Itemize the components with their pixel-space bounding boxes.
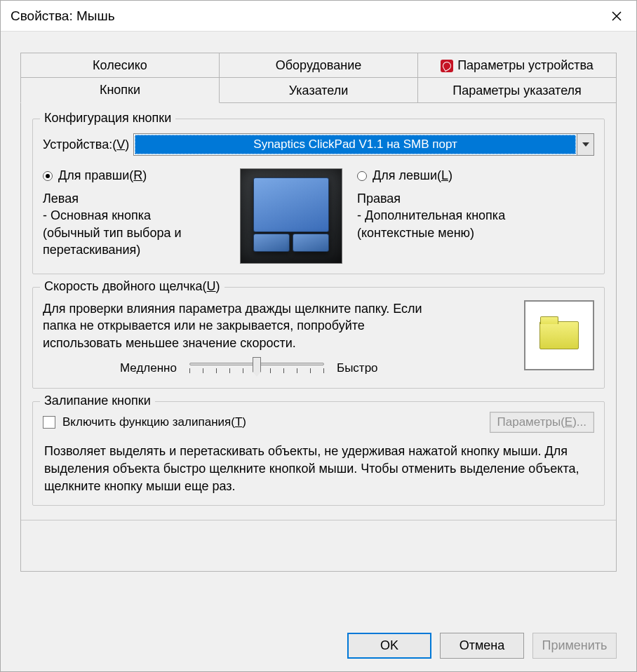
device-selected: Synaptics ClickPad V1.1 на SMB порт [135,135,576,154]
chevron-down-icon [582,142,589,147]
tab-row-back: Колесико Оборудование Параметры устройст… [20,53,617,78]
sticky-checkbox[interactable]: Включить функцию залипания(Т) [43,415,246,429]
radio-icon [43,171,53,181]
tab-label: Колесико [93,58,147,73]
doubleclick-text: Для проверки влияния параметра дважды ще… [43,300,436,351]
right-button-desc: Правая - Дополнительная кнопка (контекст… [357,190,594,241]
device-dropdown[interactable]: Synaptics ClickPad V1.1 на SMB порт [133,133,594,156]
test-folder-box[interactable] [524,300,594,370]
tab-label: Оборудование [276,58,361,73]
apply-button: Применить [532,633,617,659]
cancel-button[interactable]: Отмена [440,633,524,659]
tab-body: Конфигурация кнопки Устройства:(V) Synap… [20,102,617,572]
speed-slider-row: Медленно Быстро [120,358,513,378]
group-sticky: Залипание кнопки Включить функцию залипа… [32,401,605,506]
close-button[interactable] [597,1,636,32]
group-title-sticky: Залипание кнопки [40,394,155,408]
tab-label: Параметры указателя [452,83,582,98]
radio-right-handed[interactable]: Для правши(R) [43,168,225,183]
folder-icon [539,321,579,349]
tab-hardware[interactable]: Оборудование [220,53,418,78]
tab-label: Параметры устройства [457,58,594,73]
speed-slider[interactable] [187,358,327,378]
slow-label: Медленно [120,361,177,375]
radio-left-handed[interactable]: Для левши(L) [357,168,594,183]
device-row: Устройства:(V) Synaptics ClickPad V1.1 н… [43,133,594,156]
sticky-params-button: Параметры(Е)... [490,412,594,433]
radio-label: Для правши(R) [58,168,147,183]
left-handed-col: Для левши(L) Правая - Дополнительная кно… [357,168,594,264]
content-area: Колесико Оборудование Параметры устройст… [1,32,636,671]
doubleclick-row: Для проверки влияния параметра дважды ще… [43,300,594,378]
touchpad-right-button [293,234,329,252]
doubleclick-left: Для проверки влияния параметра дважды ще… [43,300,513,378]
sticky-checkbox-row: Включить функцию залипания(Т) Параметры(… [43,412,594,433]
tab-row-front: Кнопки Указатели Параметры указателя [20,77,617,103]
fast-label: Быстро [337,361,378,375]
close-icon [611,11,622,22]
checkbox-icon [43,416,55,429]
left-button-desc: Левая - Основная кнопка (обычный тип выб… [43,190,225,258]
dropdown-button[interactable] [577,134,594,155]
tab-wheel[interactable]: Колесико [20,53,220,78]
tab-pointers[interactable]: Указатели [220,77,418,103]
tab-pointer-options[interactable]: Параметры указателя [418,77,617,103]
tab-label: Указатели [289,83,349,98]
group-double-click: Скорость двойного щелчка(U) Для проверки… [32,287,605,389]
synaptics-icon [441,60,453,72]
right-handed-col: Для правши(R) Левая - Основная кнопка (о… [43,168,225,264]
hand-config-row: Для правши(R) Левая - Основная кнопка (о… [43,168,594,264]
window-title: Свойства: Мышь [11,8,115,24]
touchpad-surface [253,177,329,232]
checkbox-label: Включить функцию залипания(Т) [62,415,246,429]
radio-icon [357,171,367,181]
slider-thumb[interactable] [253,357,261,372]
ok-button[interactable]: OK [347,633,431,659]
tabs: Колесико Оборудование Параметры устройст… [20,53,617,572]
group-button-config: Конфигурация кнопки Устройства:(V) Synap… [32,119,605,274]
group-title-config: Конфигурация кнопки [40,111,175,126]
titlebar: Свойства: Мышь [1,1,636,32]
tab-device-params[interactable]: Параметры устройства [418,53,617,78]
device-label: Устройства:(V) [43,137,129,152]
touchpad-illustration-wrap [235,168,347,264]
sticky-description: Позволяет выделять и перетаскивать объек… [43,443,594,496]
touchpad-left-button [253,234,290,252]
dialog-buttons: OK Отмена Применить [347,633,617,659]
tab-buttons[interactable]: Кнопки [20,77,220,103]
group-title-doubleclick: Скорость двойного щелчка(U) [40,279,224,294]
tab-label: Кнопки [100,83,140,98]
touchpad-illustration [240,168,342,264]
radio-label: Для левши(L) [373,168,452,183]
